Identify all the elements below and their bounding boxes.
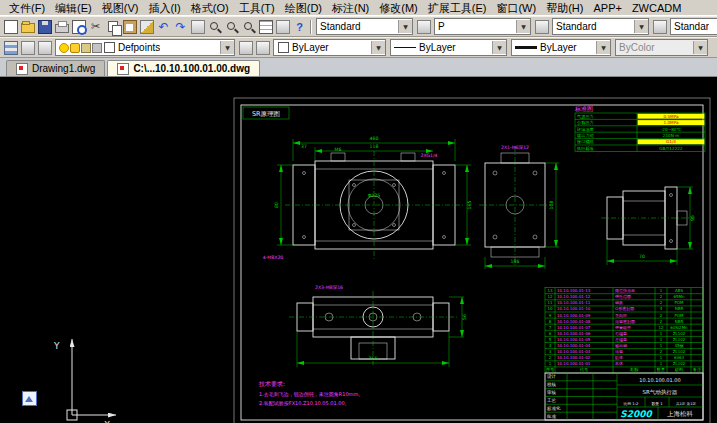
scale-cell: 比例 1:2 [624, 401, 639, 406]
design-center-icon[interactable] [274, 18, 291, 35]
toolbar-separator [310, 20, 312, 34]
svg-text:技术要求:: 技术要求: [258, 380, 285, 388]
svg-text:65Mn: 65Mn [673, 294, 685, 299]
make-object-layer-current-icon[interactable] [237, 39, 254, 56]
layer-properties-manager-icon[interactable] [2, 39, 19, 56]
tab-1[interactable]: Drawing1.dwg [6, 60, 105, 76]
text-style-icon[interactable] [415, 18, 432, 35]
svg-text:10.10.100.01-02: 10.10.100.01-02 [557, 355, 591, 360]
svg-text:9: 9 [549, 313, 552, 318]
svg-text:10.10.100.01-12: 10.10.100.01-12 [557, 294, 591, 299]
svg-text:2: 2 [549, 355, 552, 360]
menu-item-7[interactable]: 标注(N) [327, 1, 374, 15]
dim-style-icon[interactable] [533, 18, 550, 35]
layer-tools-icon[interactable] [36, 39, 53, 56]
svg-text:10: 10 [547, 306, 553, 311]
dim-style-combo[interactable]: P ▼ [434, 18, 531, 35]
param-table: 气源压力0.5MPa公称压力1.0MPa环境温度-20~80℃输出力矩210N·… [575, 113, 705, 152]
menu-item-8[interactable]: 修改(M) [374, 1, 423, 15]
layer-on-bulb-icon [59, 43, 69, 53]
layer-states-icon[interactable] [19, 39, 36, 56]
tab-2[interactable]: C:\...10.10.100.01.00.dwg [107, 60, 260, 76]
menu-item-12[interactable]: APP+ [588, 1, 626, 15]
zoom-window-icon[interactable] [223, 18, 240, 35]
svg-text:设计: 设计 [547, 373, 557, 379]
svg-text:56: 56 [462, 314, 467, 320]
dim-style-value: P [438, 21, 445, 32]
svg-text:校核: 校核 [547, 382, 557, 387]
svg-text:ZL102: ZL102 [673, 349, 686, 354]
drawing-canvas[interactable]: Y X SR原理图 标准图 气源压力0.5MPa公称压力1. [0, 77, 717, 423]
menu-item-0[interactable]: 文件(F) [4, 1, 50, 15]
menu-item-13[interactable]: ZWCADM [627, 1, 687, 15]
zoom-realtime-icon[interactable] [206, 18, 223, 35]
layer-combo[interactable]: Defpoints ▼ [55, 39, 235, 56]
linetype-value: ByLayer [419, 42, 456, 53]
svg-text:左端盖: 左端盖 [615, 337, 627, 342]
annotation-labels: 2X1-M6深122XG1/44-M8X202X3-M8深16 [263, 145, 529, 290]
svg-text:186: 186 [511, 259, 520, 264]
pan-realtime-icon[interactable] [189, 18, 206, 35]
combo-arrow-icon[interactable]: ▼ [596, 41, 610, 54]
combo-arrow-icon[interactable]: ▼ [492, 41, 506, 54]
svg-text:4: 4 [549, 343, 552, 348]
combo-arrow-icon[interactable]: ▼ [634, 20, 648, 33]
svg-text:10.10.100.01-05: 10.10.100.01-05 [557, 337, 591, 342]
menu-item-3[interactable]: 插入(I) [143, 1, 185, 15]
copy-icon[interactable] [104, 18, 121, 35]
menu-item-5[interactable]: 工具(T) [234, 1, 280, 15]
open-file-icon[interactable] [19, 18, 36, 35]
linetype-combo[interactable]: ByLayer ▼ [390, 39, 507, 56]
lineweight-combo[interactable]: ByLayer ▼ [511, 39, 611, 56]
combo-arrow-icon[interactable]: ▼ [398, 20, 412, 33]
combo-arrow-icon[interactable]: ▼ [516, 20, 530, 33]
svg-text:1: 1 [549, 361, 552, 366]
combo-arrow-icon: ▼ [693, 41, 707, 54]
layer-lock-icon [81, 43, 91, 53]
svg-text:2X3-M8深16: 2X3-M8深16 [315, 285, 343, 290]
format-painter-icon[interactable] [138, 18, 155, 35]
lineweight-sample-icon [515, 46, 537, 49]
table-style-combo[interactable]: Standard ▼ [552, 18, 649, 35]
text-style-combo[interactable]: Standard ▼ [316, 18, 413, 35]
table-style-icon[interactable] [651, 18, 668, 35]
menu-item-1[interactable]: 编辑(E) [50, 1, 97, 15]
svg-text:6: 6 [549, 331, 552, 336]
svg-text:10.10.100.01-13: 10.10.100.01-13 [557, 288, 591, 293]
menu-item-9[interactable]: 扩展工具(E) [423, 1, 492, 15]
svg-text:2XG1/4: 2XG1/4 [420, 153, 437, 158]
redo-icon[interactable] [172, 18, 189, 35]
color-combo[interactable]: ByLayer ▼ [273, 39, 386, 56]
layer-previous-icon[interactable] [254, 39, 271, 56]
scheme-label: SR原理图 [243, 107, 289, 119]
combo-arrow-icon[interactable]: ▼ [371, 41, 385, 54]
zoom-previous-icon[interactable] [240, 18, 257, 35]
svg-text:2X1-M6深12: 2X1-M6深12 [501, 145, 529, 150]
menu-item-11[interactable]: 帮助(H) [541, 1, 588, 15]
svg-text:ZL102: ZL102 [673, 331, 686, 336]
standard-toolbar-icons [2, 18, 308, 35]
svg-text:3: 3 [549, 349, 552, 354]
cut-icon[interactable] [87, 18, 104, 35]
dimension-labels: 46037118M680165Φ125255561861087095 [274, 136, 695, 361]
help-icon[interactable] [291, 18, 308, 35]
svg-text:1: 1 [660, 337, 663, 342]
menu-item-4[interactable]: 格式(O) [186, 1, 234, 15]
layer-color-chip [104, 42, 115, 53]
combo-arrow-icon[interactable]: ▼ [220, 41, 234, 54]
menu-item-2[interactable]: 视图(V) [97, 1, 144, 15]
save-icon[interactable] [36, 18, 53, 35]
menu-item-6[interactable]: 绘图(D) [280, 1, 327, 15]
title-block-field-rows: 设计校核审核工艺标准化批准 [546, 373, 561, 418]
drawing-number: 10.10.100.01.00 [639, 377, 680, 383]
svg-text:10.10.100.01-09: 10.10.100.01-09 [557, 313, 591, 318]
paste-icon[interactable] [121, 18, 138, 35]
svg-text:工艺: 工艺 [547, 397, 557, 403]
properties-icon[interactable] [257, 18, 274, 35]
mleader-style-combo[interactable]: Standar ▼ [670, 18, 717, 35]
plot-icon[interactable] [53, 18, 70, 35]
menu-item-10[interactable]: 窗口(W) [491, 1, 541, 15]
print-preview-icon[interactable] [70, 18, 87, 35]
new-file-icon[interactable] [2, 18, 19, 35]
undo-icon[interactable] [155, 18, 172, 35]
